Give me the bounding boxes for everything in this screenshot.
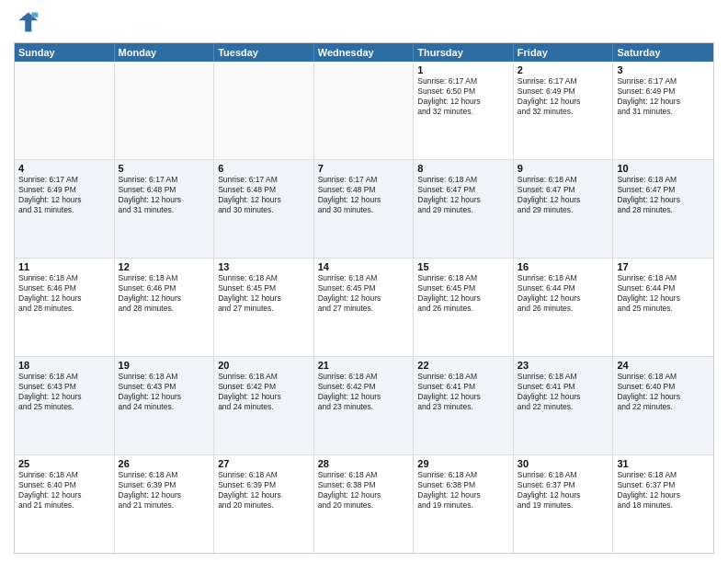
day-number: 9 — [518, 163, 609, 174]
day-number: 26 — [119, 458, 210, 469]
cell-sun-info: Sunrise: 6:18 AMSunset: 6:42 PMDaylight:… — [218, 372, 310, 412]
cell-sun-info: Sunrise: 6:18 AMSunset: 6:45 PMDaylight:… — [218, 273, 310, 314]
cell-sun-info: Sunrise: 6:17 AMSunset: 6:49 PMDaylight:… — [18, 175, 110, 215]
day-number: 6 — [218, 163, 310, 174]
calendar-cell: 1Sunrise: 6:17 AMSunset: 6:50 PMDaylight… — [414, 62, 514, 159]
calendar-row-4: 18Sunrise: 6:18 AMSunset: 6:43 PMDayligh… — [15, 356, 713, 454]
calendar-cell: 19Sunrise: 6:18 AMSunset: 6:43 PMDayligh… — [115, 357, 215, 454]
calendar-cell: 22Sunrise: 6:18 AMSunset: 6:41 PMDayligh… — [414, 357, 514, 454]
cell-sun-info: Sunrise: 6:18 AMSunset: 6:45 PMDaylight:… — [318, 273, 410, 314]
calendar-cell: 12Sunrise: 6:18 AMSunset: 6:46 PMDayligh… — [115, 259, 215, 356]
calendar-cell: 7Sunrise: 6:17 AMSunset: 6:48 PMDaylight… — [314, 160, 415, 258]
calendar-cell — [314, 62, 415, 159]
calendar-cell: 30Sunrise: 6:18 AMSunset: 6:37 PMDayligh… — [514, 455, 614, 553]
logo-icon — [14, 9, 40, 35]
calendar-cell: 3Sunrise: 6:17 AMSunset: 6:49 PMDaylight… — [613, 62, 713, 159]
calendar-cell: 21Sunrise: 6:18 AMSunset: 6:42 PMDayligh… — [314, 357, 415, 454]
day-number: 4 — [18, 163, 110, 174]
calendar-cell: 6Sunrise: 6:17 AMSunset: 6:48 PMDaylight… — [214, 160, 314, 258]
cell-sun-info: Sunrise: 6:17 AMSunset: 6:50 PMDaylight:… — [417, 76, 509, 117]
calendar-cell: 23Sunrise: 6:18 AMSunset: 6:41 PMDayligh… — [514, 357, 614, 454]
day-number: 29 — [417, 458, 509, 469]
calendar-cell: 29Sunrise: 6:18 AMSunset: 6:38 PMDayligh… — [414, 455, 514, 553]
cell-sun-info: Sunrise: 6:18 AMSunset: 6:44 PMDaylight:… — [617, 273, 710, 314]
cell-sun-info: Sunrise: 6:17 AMSunset: 6:48 PMDaylight:… — [218, 175, 310, 215]
cell-sun-info: Sunrise: 6:18 AMSunset: 6:43 PMDaylight:… — [18, 372, 110, 412]
calendar-cell: 24Sunrise: 6:18 AMSunset: 6:40 PMDayligh… — [613, 357, 713, 454]
calendar-cell: 5Sunrise: 6:17 AMSunset: 6:48 PMDaylight… — [115, 160, 215, 258]
calendar-row-2: 4Sunrise: 6:17 AMSunset: 6:49 PMDaylight… — [15, 159, 713, 258]
cell-sun-info: Sunrise: 6:18 AMSunset: 6:46 PMDaylight:… — [18, 273, 110, 314]
header-day-thursday: Thursday — [414, 43, 514, 62]
cell-sun-info: Sunrise: 6:17 AMSunset: 6:48 PMDaylight:… — [119, 175, 210, 215]
calendar-row-3: 11Sunrise: 6:18 AMSunset: 6:46 PMDayligh… — [15, 258, 713, 356]
calendar-cell — [115, 62, 215, 159]
calendar-cell: 10Sunrise: 6:18 AMSunset: 6:47 PMDayligh… — [613, 160, 713, 258]
day-number: 8 — [417, 163, 509, 174]
calendar-cell: 16Sunrise: 6:18 AMSunset: 6:44 PMDayligh… — [514, 259, 614, 356]
cell-sun-info: Sunrise: 6:17 AMSunset: 6:48 PMDaylight:… — [318, 175, 410, 215]
day-number: 28 — [318, 458, 410, 469]
calendar-cell: 17Sunrise: 6:18 AMSunset: 6:44 PMDayligh… — [613, 259, 713, 356]
cell-sun-info: Sunrise: 6:18 AMSunset: 6:39 PMDaylight:… — [119, 470, 210, 511]
header-day-monday: Monday — [115, 43, 215, 62]
cell-sun-info: Sunrise: 6:17 AMSunset: 6:49 PMDaylight:… — [518, 76, 609, 117]
cell-sun-info: Sunrise: 6:18 AMSunset: 6:40 PMDaylight:… — [18, 470, 110, 511]
cell-sun-info: Sunrise: 6:18 AMSunset: 6:46 PMDaylight:… — [119, 273, 210, 314]
calendar-cell: 14Sunrise: 6:18 AMSunset: 6:45 PMDayligh… — [314, 259, 415, 356]
day-number: 20 — [218, 360, 310, 371]
day-number: 14 — [318, 261, 410, 272]
cell-sun-info: Sunrise: 6:18 AMSunset: 6:41 PMDaylight:… — [518, 372, 609, 412]
cell-sun-info: Sunrise: 6:18 AMSunset: 6:40 PMDaylight:… — [617, 372, 710, 412]
day-number: 17 — [617, 261, 710, 272]
calendar-body: 1Sunrise: 6:17 AMSunset: 6:50 PMDaylight… — [15, 62, 713, 553]
cell-sun-info: Sunrise: 6:18 AMSunset: 6:41 PMDaylight:… — [417, 372, 509, 412]
svg-marker-1 — [31, 13, 38, 17]
calendar-cell: 4Sunrise: 6:17 AMSunset: 6:49 PMDaylight… — [15, 160, 115, 258]
day-number: 21 — [318, 360, 410, 371]
day-number: 7 — [318, 163, 410, 174]
calendar-cell: 9Sunrise: 6:18 AMSunset: 6:47 PMDaylight… — [514, 160, 614, 258]
cell-sun-info: Sunrise: 6:18 AMSunset: 6:39 PMDaylight:… — [218, 470, 310, 511]
calendar-cell: 25Sunrise: 6:18 AMSunset: 6:40 PMDayligh… — [15, 455, 115, 553]
cell-sun-info: Sunrise: 6:18 AMSunset: 6:38 PMDaylight:… — [318, 470, 410, 511]
day-number: 18 — [18, 360, 110, 371]
day-number: 5 — [119, 163, 210, 174]
day-number: 12 — [119, 261, 210, 272]
calendar-header: SundayMondayTuesdayWednesdayThursdayFrid… — [15, 43, 713, 62]
cell-sun-info: Sunrise: 6:18 AMSunset: 6:37 PMDaylight:… — [518, 470, 609, 511]
cell-sun-info: Sunrise: 6:18 AMSunset: 6:47 PMDaylight:… — [518, 175, 609, 215]
day-number: 1 — [417, 64, 509, 75]
cell-sun-info: Sunrise: 6:18 AMSunset: 6:45 PMDaylight:… — [417, 273, 509, 314]
header — [14, 9, 714, 35]
calendar-cell: 26Sunrise: 6:18 AMSunset: 6:39 PMDayligh… — [115, 455, 215, 553]
day-number: 25 — [18, 458, 110, 469]
header-day-friday: Friday — [514, 43, 614, 62]
day-number: 16 — [518, 261, 609, 272]
day-number: 22 — [417, 360, 509, 371]
calendar-row-1: 1Sunrise: 6:17 AMSunset: 6:50 PMDaylight… — [15, 62, 713, 159]
page: SundayMondayTuesdayWednesdayThursdayFrid… — [0, 0, 728, 563]
calendar-cell: 15Sunrise: 6:18 AMSunset: 6:45 PMDayligh… — [414, 259, 514, 356]
cell-sun-info: Sunrise: 6:18 AMSunset: 6:44 PMDaylight:… — [518, 273, 609, 314]
cell-sun-info: Sunrise: 6:18 AMSunset: 6:47 PMDaylight:… — [417, 175, 509, 215]
day-number: 3 — [617, 64, 710, 75]
calendar-cell: 31Sunrise: 6:18 AMSunset: 6:37 PMDayligh… — [613, 455, 713, 553]
calendar-cell: 11Sunrise: 6:18 AMSunset: 6:46 PMDayligh… — [15, 259, 115, 356]
cell-sun-info: Sunrise: 6:18 AMSunset: 6:37 PMDaylight:… — [617, 470, 710, 511]
day-number: 15 — [417, 261, 509, 272]
day-number: 10 — [617, 163, 710, 174]
calendar-cell: 27Sunrise: 6:18 AMSunset: 6:39 PMDayligh… — [214, 455, 314, 553]
calendar-cell: 18Sunrise: 6:18 AMSunset: 6:43 PMDayligh… — [15, 357, 115, 454]
calendar: SundayMondayTuesdayWednesdayThursdayFrid… — [14, 42, 714, 554]
day-number: 2 — [518, 64, 609, 75]
cell-sun-info: Sunrise: 6:17 AMSunset: 6:49 PMDaylight:… — [617, 76, 710, 117]
calendar-cell — [15, 62, 115, 159]
cell-sun-info: Sunrise: 6:18 AMSunset: 6:47 PMDaylight:… — [617, 175, 710, 215]
calendar-cell: 8Sunrise: 6:18 AMSunset: 6:47 PMDaylight… — [414, 160, 514, 258]
day-number: 11 — [18, 261, 110, 272]
day-number: 13 — [218, 261, 310, 272]
calendar-cell: 13Sunrise: 6:18 AMSunset: 6:45 PMDayligh… — [214, 259, 314, 356]
cell-sun-info: Sunrise: 6:18 AMSunset: 6:42 PMDaylight:… — [318, 372, 410, 412]
calendar-cell — [214, 62, 314, 159]
